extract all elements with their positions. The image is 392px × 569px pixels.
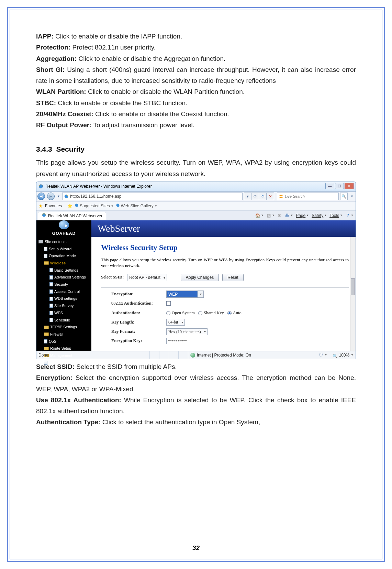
chevron-down-icon: ▾ <box>198 291 203 297</box>
page-icon <box>49 297 53 301</box>
tree-item-wds[interactable]: WDS settings <box>38 295 90 302</box>
window-titlebar[interactable]: Realtek WLAN AP Webserver - Windows Inte… <box>36 182 356 191</box>
address-bar[interactable]: http://192.168.1.1/home.asp <box>62 193 243 200</box>
folder-open-icon <box>44 261 49 265</box>
page-icon <box>49 275 53 280</box>
tree-item-tcpip[interactable]: TCP/IP Settings <box>38 324 90 331</box>
select-ssid-def-label: Select SSID: <box>36 363 75 370</box>
svg-point-1 <box>65 195 68 198</box>
favorites-label[interactable]: Favorites <box>45 203 62 209</box>
window-maximize-button[interactable]: ☐ <box>335 183 344 189</box>
tree-item-firewall[interactable]: Firewall <box>38 331 90 338</box>
refresh-alt-button[interactable]: ↻ <box>259 193 267 200</box>
search-dropdown[interactable]: ▼ <box>350 193 354 199</box>
tree-root-icon <box>38 240 43 243</box>
wlanpart-label: WLAN Partition: <box>36 88 86 95</box>
cmd-tools-menu[interactable]: Tools▼ <box>329 212 343 219</box>
tree-item-advanced-settings[interactable]: Advanced Settings <box>38 274 90 281</box>
nav-forward-button[interactable]: ► <box>47 193 55 200</box>
auth-shared-option[interactable]: Shared Key <box>198 309 224 317</box>
section-intro: This page allows you setup the wireless … <box>36 157 356 179</box>
coexist-text: Click to enable or disable the Coexist f… <box>93 110 229 118</box>
screenshot-browser: Realtek WLAN AP Webserver - Windows Inte… <box>36 182 356 359</box>
enckey-label: Encryption Key: <box>111 337 166 344</box>
window-close-button[interactable]: ✕ <box>345 183 354 189</box>
authtype-def-text: Click to select the authentication type … <box>101 418 260 426</box>
shortgi-label: Short GI: <box>36 66 65 73</box>
section-title: Security <box>56 145 85 153</box>
use8021x-def-label: Use 802.1x Authentication: <box>36 396 121 404</box>
tree-item-route[interactable]: Route Setup <box>38 345 90 352</box>
cmd-mail[interactable]: ✉ <box>277 213 282 218</box>
protection-label: Protection: <box>36 44 70 51</box>
banner-title: WebServer <box>98 220 140 237</box>
protected-mode-icon[interactable]: 🛡 <box>319 352 323 359</box>
authtype-def-label: Authentication Type: <box>36 418 101 426</box>
tree-item-operation-mode[interactable]: Operation Mode <box>38 252 90 260</box>
enckey-input[interactable]: ********** <box>166 338 204 344</box>
print-icon: 🖶 <box>285 213 290 218</box>
web-slice-link[interactable]: Web Slice Gallery▼ <box>116 203 157 209</box>
tree-item-security[interactable]: Security <box>38 281 90 288</box>
page-icon <box>49 304 53 308</box>
wss-description: This page allows you setup the wireless … <box>101 257 349 269</box>
cmd-print[interactable]: 🖶▼ <box>285 213 293 218</box>
cmd-rss[interactable]: ▧▼ <box>266 213 275 218</box>
auth-open-option[interactable]: Open System <box>166 309 195 317</box>
zoom-dropdown[interactable]: ▼ <box>351 353 354 358</box>
tree-item-access-control[interactable]: Access Control <box>38 288 90 295</box>
tree-item-qos[interactable]: QoS <box>38 338 90 345</box>
favorites-add-icon[interactable]: ⭐ <box>67 203 72 209</box>
stop-button[interactable]: ✕ <box>267 193 274 200</box>
refresh-button[interactable]: ⟳ <box>251 193 259 200</box>
tree-item-schedule[interactable]: Schedule <box>38 317 90 324</box>
navigation-tree: Site contents: Setup Wizard Operation Mo… <box>36 237 91 351</box>
page-icon <box>49 311 53 315</box>
radio-icon <box>166 311 170 315</box>
reset-button[interactable]: Reset <box>222 274 243 281</box>
encryption-dropdown[interactable]: WEP▾ <box>166 291 204 298</box>
scrollbar[interactable] <box>350 237 356 351</box>
cmd-safety-menu[interactable]: Safety▼ <box>312 212 327 219</box>
encryption-def-label: Encryption: <box>36 374 72 381</box>
nav-recent-dropdown[interactable]: ▼ <box>56 193 61 199</box>
search-box[interactable]: Live Search <box>277 193 339 200</box>
scrollbar-thumb[interactable] <box>351 278 355 295</box>
address-dropdown-button[interactable]: ▾ <box>244 193 251 200</box>
tree-item-wps[interactable]: WPS <box>38 309 90 317</box>
tree-item-wireless[interactable]: Wireless <box>38 260 90 267</box>
select-ssid-def-text: Select the SSID from multiple APs. <box>75 363 177 370</box>
cmd-home[interactable]: 🏠▼ <box>255 213 264 218</box>
page-icon <box>44 339 47 343</box>
cmd-help[interactable]: ?▼ <box>345 213 354 218</box>
suggested-sites-link[interactable]: Suggested Sites▼ <box>75 203 113 209</box>
auth8021x-label: 802.1x Authentication: <box>111 300 166 307</box>
apply-changes-button[interactable]: Apply Changes <box>181 274 219 281</box>
ie-page-icon-small2 <box>116 203 120 209</box>
status-zoom[interactable]: 100% <box>339 352 349 359</box>
tree-item-site-survey[interactable]: Site Survey <box>38 302 90 309</box>
select-ssid-label: Select SSID: <box>101 274 124 281</box>
browser-tab[interactable]: Realtek WLAN AP Webserver <box>38 212 106 220</box>
favorites-star-icon[interactable]: ★ <box>38 202 43 210</box>
select-ssid-dropdown[interactable]: Root AP - default <box>127 274 167 281</box>
tree-item-setup-wizard[interactable]: Setup Wizard <box>38 245 90 253</box>
aggregation-label: Aggregation: <box>36 55 77 62</box>
auth-auto-option[interactable]: Auto <box>227 309 242 317</box>
window-minimize-button[interactable]: — <box>325 183 334 189</box>
cmd-page-menu[interactable]: Page▼ <box>296 212 309 219</box>
zoom-icon[interactable]: 🔍 <box>333 353 337 358</box>
tree-item-basic-settings[interactable]: Basic Settings <box>38 267 90 274</box>
folder-icon <box>44 347 49 350</box>
search-go-button[interactable]: 🔍 <box>340 193 348 200</box>
keylen-dropdown[interactable]: 64-bit <box>166 319 185 326</box>
address-bar-row: ◄ ► ▼ http://192.168.1.1/home.asp ▾ ⟳ ↻ <box>36 192 356 202</box>
keyfmt-dropdown[interactable]: Hex (10 characters) <box>166 328 208 335</box>
folder-icon <box>44 332 49 336</box>
authentication-label: Authentication: <box>111 309 166 317</box>
encryption-label: Encryption: <box>111 291 166 298</box>
nav-back-button[interactable]: ◄ <box>37 193 45 200</box>
iapp-text: Click to enable or disable the IAPP func… <box>54 33 182 40</box>
coexist-label: 20/40MHz Coexist: <box>36 110 93 118</box>
auth8021x-checkbox[interactable] <box>166 301 171 306</box>
